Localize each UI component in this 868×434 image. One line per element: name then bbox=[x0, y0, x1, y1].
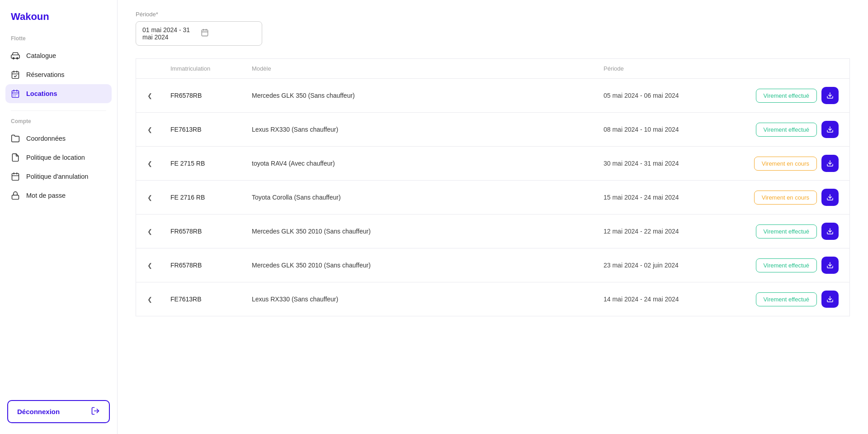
immatriculation-cell: FE 2716 RB bbox=[163, 186, 245, 209]
periode-cell: 30 mai 2024 - 31 mai 2024 bbox=[596, 152, 732, 175]
col-periode: Période bbox=[596, 59, 732, 78]
document-icon bbox=[11, 153, 20, 162]
calendar-check-icon bbox=[11, 70, 20, 79]
status-badge: Virement effectué bbox=[756, 292, 817, 306]
immatriculation-cell: FR6578RB bbox=[163, 253, 245, 277]
modele-cell: Toyota Corolla (Sans chauffeur) bbox=[245, 186, 596, 209]
row-chevron[interactable]: ❮ bbox=[136, 254, 163, 277]
table-row: ❮ FE 2716 RB Toyota Corolla (Sans chauff… bbox=[136, 181, 849, 215]
modele-cell: Mercedes GLK 350 2010 (Sans chauffeur) bbox=[245, 219, 596, 243]
row-chevron[interactable]: ❮ bbox=[136, 152, 163, 175]
sidebar-item-reservations-label: Réservations bbox=[26, 71, 65, 78]
sidebar-item-catalogue-label: Catalogue bbox=[26, 52, 56, 59]
modele-cell: Lexus RX330 (Sans chauffeur) bbox=[245, 287, 596, 311]
status-badge: Virement effectué bbox=[756, 258, 817, 272]
actions-cell: Virement effectué bbox=[732, 248, 849, 282]
immatriculation-cell: FE 2715 RB bbox=[163, 152, 245, 175]
immatriculation-cell: FR6578RB bbox=[163, 219, 245, 243]
actions-cell: Virement effectué bbox=[732, 282, 849, 316]
periode-cell: 23 mai 2024 - 02 juin 2024 bbox=[596, 253, 732, 277]
actions-cell: Virement effectué bbox=[732, 79, 849, 112]
status-badge: Virement effectué bbox=[756, 123, 817, 137]
sidebar-item-reservations[interactable]: Réservations bbox=[0, 65, 117, 84]
chevron-icon[interactable]: ❮ bbox=[147, 126, 152, 133]
sidebar-item-coordonnees-label: Coordonnées bbox=[26, 135, 66, 142]
app-logo: Wakoun bbox=[0, 11, 117, 35]
logout-label: Déconnexion bbox=[17, 408, 60, 415]
status-badge: Virement en cours bbox=[754, 157, 817, 171]
download-button[interactable] bbox=[821, 155, 839, 172]
row-chevron[interactable]: ❮ bbox=[136, 186, 163, 209]
lock-icon bbox=[11, 191, 20, 200]
download-button[interactable] bbox=[821, 121, 839, 138]
periode-cell: 14 mai 2024 - 24 mai 2024 bbox=[596, 287, 732, 311]
sidebar: Wakoun Flotte Catalogue Réservations bbox=[0, 0, 118, 434]
sidebar-item-locations[interactable]: Locations bbox=[5, 84, 112, 103]
sidebar-item-mot-de-passe[interactable]: Mot de passe bbox=[0, 186, 117, 205]
svg-rect-20 bbox=[12, 195, 19, 199]
row-chevron[interactable]: ❮ bbox=[136, 84, 163, 107]
immatriculation-cell: FR6578RB bbox=[163, 84, 245, 107]
row-chevron[interactable]: ❮ bbox=[136, 288, 163, 311]
chevron-icon[interactable]: ❮ bbox=[147, 262, 152, 269]
table-header: Immatriculation Modèle Période bbox=[136, 59, 849, 79]
svg-rect-16 bbox=[12, 173, 19, 180]
main-content: Période* 01 mai 2024 - 31 mai 2024 Immat… bbox=[118, 0, 868, 434]
status-badge: Virement effectué bbox=[756, 224, 817, 238]
download-button[interactable] bbox=[821, 291, 839, 308]
immatriculation-cell: FE7613RB bbox=[163, 287, 245, 311]
actions-cell: Virement effectué bbox=[732, 215, 849, 248]
download-button[interactable] bbox=[821, 87, 839, 104]
download-button[interactable] bbox=[821, 223, 839, 240]
periode-cell: 05 mai 2024 - 06 mai 2024 bbox=[596, 84, 732, 107]
car-icon bbox=[11, 51, 20, 60]
svg-rect-7 bbox=[12, 91, 19, 97]
immatriculation-cell: FE7613RB bbox=[163, 118, 245, 141]
table-row: ❮ FE 2715 RB toyota RAV4 (Avec chauffeur… bbox=[136, 147, 849, 181]
sidebar-divider bbox=[11, 110, 106, 111]
calendar-grid-icon bbox=[11, 89, 20, 98]
col-modele: Modèle bbox=[245, 59, 596, 78]
calendar-document-icon bbox=[11, 172, 20, 181]
period-input[interactable]: 01 mai 2024 - 31 mai 2024 bbox=[136, 21, 262, 46]
svg-rect-3 bbox=[12, 72, 19, 78]
chevron-icon[interactable]: ❮ bbox=[147, 296, 152, 303]
sidebar-item-coordonnees[interactable]: Coordonnées bbox=[0, 129, 117, 148]
download-button[interactable] bbox=[821, 189, 839, 206]
table-row: ❮ FR6578RB Mercedes GLK 350 2010 (Sans c… bbox=[136, 248, 849, 282]
svg-rect-0 bbox=[11, 55, 19, 58]
sidebar-item-politique-annulation[interactable]: Politique d'annulation bbox=[0, 167, 117, 186]
table-row: ❮ FR6578RB Mercedes GLK 350 (Sans chauff… bbox=[136, 79, 849, 113]
rentals-table: Immatriculation Modèle Période ❮ FR6578R… bbox=[136, 58, 850, 316]
periode-cell: 08 mai 2024 - 10 mai 2024 bbox=[596, 118, 732, 141]
actions-cell: Virement effectué bbox=[732, 113, 849, 146]
table-row: ❮ FE7613RB Lexus RX330 (Sans chauffeur) … bbox=[136, 282, 849, 316]
sidebar-item-politique-annulation-label: Politique d'annulation bbox=[26, 173, 88, 180]
status-badge: Virement en cours bbox=[754, 191, 817, 205]
modele-cell: Mercedes GLK 350 2010 (Sans chauffeur) bbox=[245, 253, 596, 277]
col-actions bbox=[732, 59, 849, 78]
download-button[interactable] bbox=[821, 257, 839, 274]
section-label-compte: Compte bbox=[0, 118, 117, 129]
logout-icon bbox=[91, 406, 100, 417]
modele-cell: toyota RAV4 (Avec chauffeur) bbox=[245, 152, 596, 175]
calendar-icon bbox=[201, 29, 255, 38]
sidebar-item-catalogue[interactable]: Catalogue bbox=[0, 46, 117, 65]
row-chevron[interactable]: ❮ bbox=[136, 220, 163, 243]
period-value: 01 mai 2024 - 31 mai 2024 bbox=[142, 26, 197, 41]
periode-cell: 15 mai 2024 - 24 mai 2024 bbox=[596, 186, 732, 209]
chevron-icon[interactable]: ❮ bbox=[147, 92, 152, 99]
row-chevron[interactable]: ❮ bbox=[136, 118, 163, 141]
table-row: ❮ FR6578RB Mercedes GLK 350 2010 (Sans c… bbox=[136, 215, 849, 248]
sidebar-item-mot-de-passe-label: Mot de passe bbox=[26, 192, 66, 199]
chevron-icon[interactable]: ❮ bbox=[147, 194, 152, 201]
chevron-icon[interactable]: ❮ bbox=[147, 228, 152, 235]
chevron-icon[interactable]: ❮ bbox=[147, 160, 152, 167]
periode-cell: 12 mai 2024 - 22 mai 2024 bbox=[596, 219, 732, 243]
modele-cell: Lexus RX330 (Sans chauffeur) bbox=[245, 118, 596, 141]
sidebar-item-politique-location[interactable]: Politique de location bbox=[0, 148, 117, 167]
status-badge: Virement effectué bbox=[756, 89, 817, 103]
col-chevron bbox=[136, 59, 163, 78]
logout-button[interactable]: Déconnexion bbox=[7, 400, 110, 423]
sidebar-item-politique-location-label: Politique de location bbox=[26, 154, 85, 161]
